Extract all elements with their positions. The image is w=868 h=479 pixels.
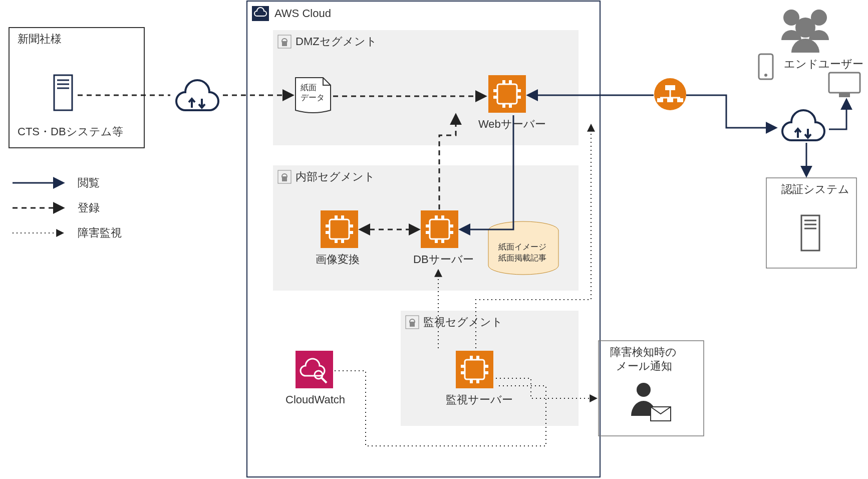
aws-cloud-title: AWS Cloud — [274, 7, 331, 20]
svg-rect-6 — [493, 89, 497, 92]
svg-rect-49 — [484, 371, 488, 374]
svg-rect-9 — [517, 96, 521, 99]
svg-rect-13 — [509, 104, 512, 108]
svg-rect-53 — [476, 379, 479, 383]
cloud-icon — [252, 6, 269, 21]
cloud-right-icon — [782, 110, 824, 140]
svg-rect-19 — [326, 224, 330, 227]
svg-point-67 — [795, 18, 815, 38]
legend-view-label: 閲覧 — [78, 176, 100, 189]
auth-label: 認証システム — [781, 183, 849, 195]
endusers-icon — [781, 10, 829, 53]
svg-rect-59 — [665, 85, 675, 90]
onprem-title: 新聞社様 — [18, 33, 62, 45]
legend-register-label: 登録 — [78, 201, 100, 214]
svg-rect-3 — [282, 41, 287, 46]
svg-point-75 — [637, 383, 651, 397]
dbserver-label: DBサーバー — [413, 253, 474, 266]
svg-rect-12 — [502, 104, 505, 108]
svg-rect-46 — [461, 365, 465, 368]
svg-rect-40 — [410, 322, 415, 327]
svg-rect-22 — [349, 231, 353, 234]
monitorsrv-icon — [456, 351, 493, 388]
cloudwatch-label: CloudWatch — [285, 393, 345, 406]
svg-rect-34 — [441, 215, 444, 219]
svg-rect-44 — [456, 351, 493, 388]
webserver-label: Webサーバー — [478, 118, 546, 130]
svg-rect-16 — [282, 176, 287, 181]
paper-data-label-1: 紙面 — [301, 83, 317, 92]
monitorsrv-label: 監視サーバー — [446, 393, 513, 406]
svg-rect-24 — [341, 215, 344, 219]
svg-rect-70 — [839, 93, 850, 97]
svg-rect-4 — [488, 75, 526, 113]
svg-rect-10 — [502, 80, 505, 84]
svg-rect-69 — [829, 73, 860, 93]
onprem-subtitle: CTS・DBシステム等 — [18, 125, 123, 138]
svg-rect-35 — [435, 239, 438, 243]
svg-rect-25 — [335, 239, 338, 243]
upload-cloud-icon — [176, 80, 218, 110]
svg-rect-62 — [657, 98, 663, 102]
internal-segment-title: 内部セグメント — [296, 170, 375, 183]
svg-rect-63 — [667, 98, 673, 102]
storage-label-1: 紙面イメージ — [498, 243, 546, 251]
monitor-icon — [829, 73, 860, 97]
svg-rect-29 — [426, 224, 430, 227]
imgconv-icon — [321, 210, 358, 248]
svg-rect-32 — [449, 231, 453, 234]
svg-rect-50 — [470, 356, 473, 360]
svg-rect-64 — [677, 98, 683, 102]
alert-label-2: メール通知 — [616, 360, 672, 372]
svg-rect-33 — [435, 215, 438, 219]
svg-rect-7 — [493, 96, 497, 99]
alert-label-1: 障害検知時の — [610, 346, 677, 358]
svg-rect-52 — [470, 379, 473, 383]
enduser-label: エンドユーザー — [784, 58, 863, 70]
server-icon — [54, 75, 72, 110]
svg-rect-11 — [509, 80, 512, 84]
imgconv-label: 画像変換 — [316, 253, 360, 266]
svg-rect-17 — [321, 210, 358, 248]
svg-point-68 — [764, 74, 767, 77]
svg-rect-20 — [326, 231, 330, 234]
dmz-segment-title: DMZセグメント — [296, 35, 377, 48]
svg-rect-23 — [335, 215, 338, 219]
svg-rect-8 — [517, 89, 521, 92]
dbserver-icon — [421, 210, 458, 248]
svg-rect-27 — [421, 210, 458, 248]
svg-rect-47 — [461, 371, 465, 374]
webserver-icon — [488, 75, 526, 113]
cloudwatch-icon — [296, 351, 333, 388]
svg-rect-48 — [484, 365, 488, 368]
svg-rect-36 — [441, 239, 444, 243]
svg-rect-30 — [426, 231, 430, 234]
legend-monitor-label: 障害監視 — [78, 226, 122, 239]
svg-rect-26 — [341, 239, 344, 243]
svg-rect-21 — [349, 224, 353, 227]
monitor-segment-title: 監視セグメント — [423, 316, 503, 328]
server-icon — [801, 215, 819, 251]
loadbalancer-icon — [654, 78, 686, 110]
storage-label-2: 紙面掲載記事 — [498, 254, 546, 262]
paper-data-label-2: データ — [301, 93, 325, 102]
svg-rect-51 — [476, 356, 479, 360]
svg-rect-31 — [449, 224, 453, 227]
person-mail-icon — [631, 383, 671, 421]
